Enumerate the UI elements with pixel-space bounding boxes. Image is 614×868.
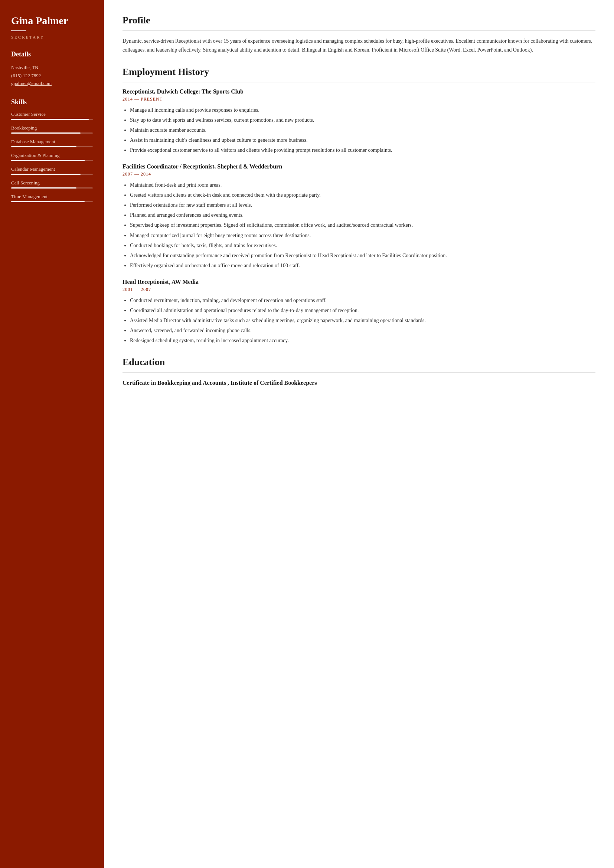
job-dates: 2007 — 2014: [122, 172, 595, 177]
skill-bar-fill: [11, 188, 76, 189]
candidate-name: Gina Palmer: [11, 15, 93, 27]
skill-bar-fill: [11, 119, 89, 120]
job-entry: Facilities Coordinator / Receptionist, S…: [122, 163, 595, 270]
employment-heading: Employment History: [122, 67, 595, 78]
employment-section: Employment History Receptionist, Dulwich…: [122, 67, 595, 345]
education-cert: Certificate in Bookkeeping and Accounts …: [122, 378, 595, 388]
job-bullet: Supervised upkeep of investment properti…: [130, 221, 595, 229]
skill-item: Database Management: [11, 139, 93, 147]
skill-item: Bookkeeping: [11, 125, 93, 133]
job-bullet: Conducted recruitment, induction, traini…: [130, 296, 595, 305]
skill-bar-fill: [11, 201, 85, 202]
details-heading: Details: [11, 50, 93, 58]
skill-name: Time Management: [11, 194, 93, 200]
skill-bar-fill: [11, 132, 81, 133]
skill-item: Organization & Planning: [11, 152, 93, 161]
job-title: Receptionist, Dulwich College: The Sport…: [122, 88, 595, 95]
job-title: Head Receptionist, AW Media: [122, 279, 595, 285]
job-bullet: Manage all incoming calls and provide re…: [130, 106, 595, 114]
skill-item: Time Management: [11, 194, 93, 202]
job-title: SECRETARY: [11, 35, 93, 39]
jobs-list: Receptionist, Dulwich College: The Sport…: [122, 88, 595, 345]
job-bullet: Coordinated all administration and opera…: [130, 306, 595, 315]
skill-bar-bg: [11, 201, 93, 202]
skills-section: Skills Customer Service Bookkeeping Data…: [11, 98, 93, 202]
skill-bar-bg: [11, 132, 93, 133]
job-bullet: Maintain accurate member accounts.: [130, 126, 595, 134]
profile-divider: [122, 30, 595, 31]
details-section: Details Nashville, TN (615) 122 7892 gpa…: [11, 50, 93, 87]
job-bullet: Planned and arranged conferences and eve…: [130, 211, 595, 219]
skill-name: Call Screening: [11, 180, 93, 186]
job-bullet: Performed orientations for new staff mem…: [130, 201, 595, 209]
phone: (615) 122 7892: [11, 71, 93, 80]
sidebar: Gina Palmer SECRETARY Details Nashville,…: [0, 0, 104, 868]
profile-text: Dynamic, service-driven Receptionist wit…: [122, 37, 595, 54]
job-title: Facilities Coordinator / Receptionist, S…: [122, 163, 595, 170]
job-dates: 2014 — PRESENT: [122, 96, 595, 102]
skill-name: Organization & Planning: [11, 152, 93, 158]
education-divider: [122, 372, 595, 373]
profile-section: Profile Dynamic, service-driven Receptio…: [122, 15, 595, 54]
education-heading: Education: [122, 356, 595, 368]
skill-name: Customer Service: [11, 111, 93, 117]
job-bullet: Provide exceptional customer service to …: [130, 146, 595, 154]
skill-bar-bg: [11, 146, 93, 147]
skill-bar-bg: [11, 188, 93, 189]
skills-heading: Skills: [11, 98, 93, 106]
job-bullet: Maintained front-desk and print room are…: [130, 181, 595, 189]
skill-item: Calendar Management: [11, 166, 93, 175]
job-bullet: Acknowledged for outstanding performance…: [130, 251, 595, 260]
skill-name: Calendar Management: [11, 166, 93, 172]
job-bullet: Assist in maintaining club's cleanliness…: [130, 136, 595, 144]
skill-item: Call Screening: [11, 180, 93, 189]
education-section: Education Certificate in Bookkeeping and…: [122, 356, 595, 388]
skills-list: Customer Service Bookkeeping Database Ma…: [11, 111, 93, 202]
skill-item: Customer Service: [11, 111, 93, 120]
skill-name: Database Management: [11, 139, 93, 145]
employment-divider: [122, 82, 595, 82]
job-bullet: Effectively organized and orchestrated a…: [130, 261, 595, 270]
job-bullet: Greeted visitors and clients at check-in…: [130, 191, 595, 199]
job-bullet: Managed computerized journal for eight b…: [130, 231, 595, 240]
job-bullet: Assisted Media Director with administrat…: [130, 316, 595, 325]
job-bullet: Redesigned scheduling system, resulting …: [130, 336, 595, 345]
skill-bar-bg: [11, 174, 93, 175]
job-bullet: Stay up to date with sports and wellness…: [130, 116, 595, 124]
job-dates: 2001 — 2007: [122, 287, 595, 293]
skill-bar-bg: [11, 160, 93, 161]
skill-name: Bookkeeping: [11, 125, 93, 131]
skill-bar-fill: [11, 174, 81, 175]
profile-heading: Profile: [122, 15, 595, 26]
skill-bar-fill: [11, 160, 85, 161]
skill-bar-bg: [11, 119, 93, 120]
job-entry: Receptionist, Dulwich College: The Sport…: [122, 88, 595, 154]
job-bullets: Maintained front-desk and print room are…: [130, 181, 595, 270]
location: Nashville, TN: [11, 64, 93, 71]
main-content: Profile Dynamic, service-driven Receptio…: [104, 0, 614, 868]
email-link[interactable]: gpalmer@email.com: [11, 81, 51, 86]
job-bullets: Conducted recruitment, induction, traini…: [130, 296, 595, 345]
skill-bar-fill: [11, 146, 76, 147]
job-entry: Head Receptionist, AW Media2001 — 2007Co…: [122, 279, 595, 345]
name-divider: [11, 30, 26, 31]
job-bullet: Answered, screened, and forwarded incomi…: [130, 326, 595, 335]
job-bullet: Conducted bookings for hotels, taxis, fl…: [130, 241, 595, 250]
job-bullets: Manage all incoming calls and provide re…: [130, 106, 595, 154]
